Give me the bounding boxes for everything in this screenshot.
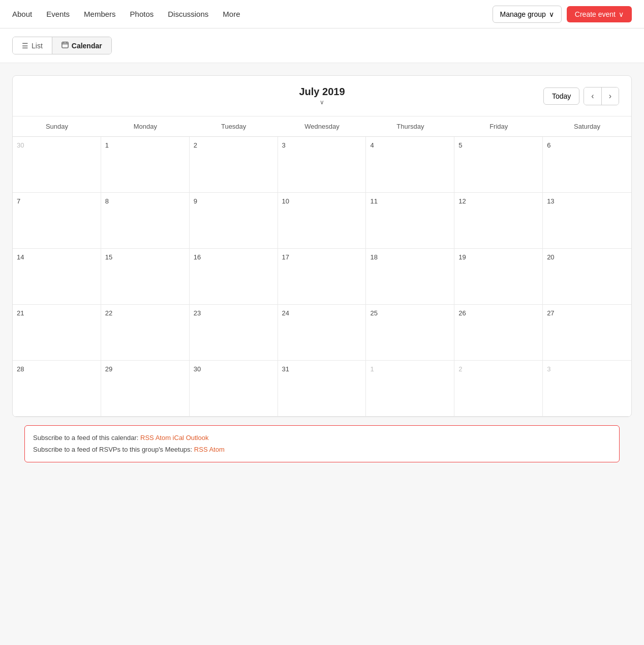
day-header-wednesday: Wednesday — [278, 116, 366, 136]
calendar-cell[interactable]: 2 — [190, 137, 278, 193]
date-number: 18 — [370, 253, 377, 261]
calendar-cell[interactable]: 30 — [190, 361, 278, 417]
calendar-cell[interactable]: 10 — [278, 193, 366, 249]
date-number: 3 — [282, 141, 286, 149]
date-number: 28 — [17, 365, 24, 373]
calendar-cell[interactable]: 21 — [13, 305, 101, 361]
manage-group-label: Manage group — [500, 10, 546, 18]
list-label: List — [32, 42, 43, 50]
nav-about[interactable]: About — [12, 10, 32, 18]
prev-month-button[interactable]: ‹ — [584, 87, 601, 105]
calendar-cell[interactable]: 14 — [13, 249, 101, 305]
create-event-button[interactable]: Create event ∨ — [567, 6, 632, 22]
subscribe-line1-text: Subscribe to a feed of this calendar: — [33, 434, 140, 442]
calendar-cell[interactable]: 29 — [101, 361, 190, 417]
subscribe-line2-text: Subscribe to a feed of RSVPs to this gro… — [33, 446, 194, 453]
calendar-cell[interactable]: 3 — [278, 137, 366, 193]
date-number: 16 — [194, 253, 201, 261]
calendar-cell[interactable]: 1 — [101, 137, 190, 193]
nav-photos[interactable]: Photos — [130, 10, 154, 18]
calendar-cell[interactable]: 22 — [101, 305, 190, 361]
date-number: 8 — [105, 197, 109, 205]
manage-group-button[interactable]: Manage group ∨ — [493, 6, 562, 23]
calendar-cell[interactable]: 9 — [190, 193, 278, 249]
day-header-sunday: Sunday — [13, 116, 101, 136]
calendar-cell[interactable]: 26 — [454, 305, 543, 361]
nav-members[interactable]: Members — [84, 10, 116, 18]
date-number: 26 — [458, 309, 466, 317]
calendar-cell[interactable]: 7 — [13, 193, 101, 249]
date-number: 4 — [370, 141, 374, 149]
calendar-container: July 2019 ∨ Today ‹ › Sunday Monday Tues… — [12, 75, 632, 417]
calendar-cell[interactable]: 5 — [454, 137, 543, 193]
calendar-cell[interactable]: 31 — [278, 361, 366, 417]
manage-group-chevron: ∨ — [549, 10, 554, 18]
calendar-month-chevron[interactable]: ∨ — [299, 99, 345, 106]
calendar-label: Calendar — [72, 42, 102, 50]
date-number: 27 — [547, 309, 554, 317]
day-header-friday: Friday — [454, 116, 543, 136]
date-number: 14 — [17, 253, 24, 261]
subscribe-ical-link[interactable]: iCal — [173, 434, 184, 442]
create-event-chevron: ∨ — [619, 10, 624, 18]
calendar-icon — [62, 41, 69, 50]
nav-events[interactable]: Events — [46, 10, 70, 18]
day-headers: Sunday Monday Tuesday Wednesday Thursday… — [13, 116, 631, 137]
subscribe-section: Subscribe to a feed of this calendar: RS… — [24, 425, 620, 462]
calendar-view-button[interactable]: Calendar — [52, 37, 111, 54]
date-number: 29 — [105, 365, 112, 373]
calendar-header: July 2019 ∨ Today ‹ › — [13, 76, 631, 116]
date-number: 31 — [282, 365, 289, 373]
calendar-cell[interactable]: 16 — [190, 249, 278, 305]
view-toggle-bar: ☰ List Calendar — [0, 28, 644, 63]
nav-discussions[interactable]: Discussions — [168, 10, 208, 18]
calendar-cell[interactable]: 23 — [190, 305, 278, 361]
subscribe-rss-atom-link[interactable]: RSS Atom — [140, 434, 171, 442]
today-button[interactable]: Today — [543, 87, 579, 105]
calendar-cell[interactable]: 28 — [13, 361, 101, 417]
day-header-monday: Monday — [101, 116, 190, 136]
nav-more[interactable]: More — [223, 10, 240, 18]
calendar-cell[interactable]: 11 — [366, 193, 454, 249]
calendar-title: July 2019 — [299, 86, 345, 98]
calendar-cell[interactable]: 17 — [278, 249, 366, 305]
date-number: 12 — [458, 197, 466, 205]
subscribe-outlook-link[interactable]: Outlook — [186, 434, 209, 442]
date-number: 19 — [458, 253, 466, 261]
date-number: 21 — [17, 309, 24, 317]
day-header-thursday: Thursday — [366, 116, 454, 136]
subscribe-rsvp-rss-link[interactable]: RSS Atom — [194, 446, 225, 453]
calendar-cell[interactable]: 27 — [543, 305, 631, 361]
date-number: 23 — [194, 309, 201, 317]
date-number: 30 — [194, 365, 201, 373]
date-number: 6 — [547, 141, 550, 149]
date-number: 10 — [282, 197, 289, 205]
calendar-cell[interactable]: 4 — [366, 137, 454, 193]
calendar-cell[interactable]: 6 — [543, 137, 631, 193]
calendar-cell[interactable]: 18 — [366, 249, 454, 305]
date-number: 25 — [370, 309, 377, 317]
calendar-cell[interactable]: 12 — [454, 193, 543, 249]
list-icon: ☰ — [22, 42, 28, 50]
list-view-button[interactable]: ☰ List — [13, 37, 52, 54]
calendar-cell[interactable]: 13 — [543, 193, 631, 249]
calendar-cell[interactable]: 3 — [543, 361, 631, 417]
calendar-cell[interactable]: 20 — [543, 249, 631, 305]
date-number: 7 — [17, 197, 20, 205]
date-number: 2 — [194, 141, 197, 149]
calendar-cell[interactable]: 8 — [101, 193, 190, 249]
date-number: 1 — [370, 365, 374, 373]
top-nav: About Events Members Photos Discussions … — [0, 0, 644, 28]
date-number: 1 — [105, 141, 109, 149]
calendar-cell[interactable]: 1 — [366, 361, 454, 417]
calendar-cell[interactable]: 25 — [366, 305, 454, 361]
calendar-cell[interactable]: 30 — [13, 137, 101, 193]
next-month-button[interactable]: › — [602, 87, 619, 105]
calendar-cell[interactable]: 24 — [278, 305, 366, 361]
calendar-cell[interactable]: 15 — [101, 249, 190, 305]
calendar-cell[interactable]: 19 — [454, 249, 543, 305]
day-header-tuesday: Tuesday — [190, 116, 278, 136]
date-number: 30 — [17, 141, 24, 149]
calendar-cell[interactable]: 2 — [454, 361, 543, 417]
calendar-title-block: July 2019 ∨ — [299, 86, 345, 106]
